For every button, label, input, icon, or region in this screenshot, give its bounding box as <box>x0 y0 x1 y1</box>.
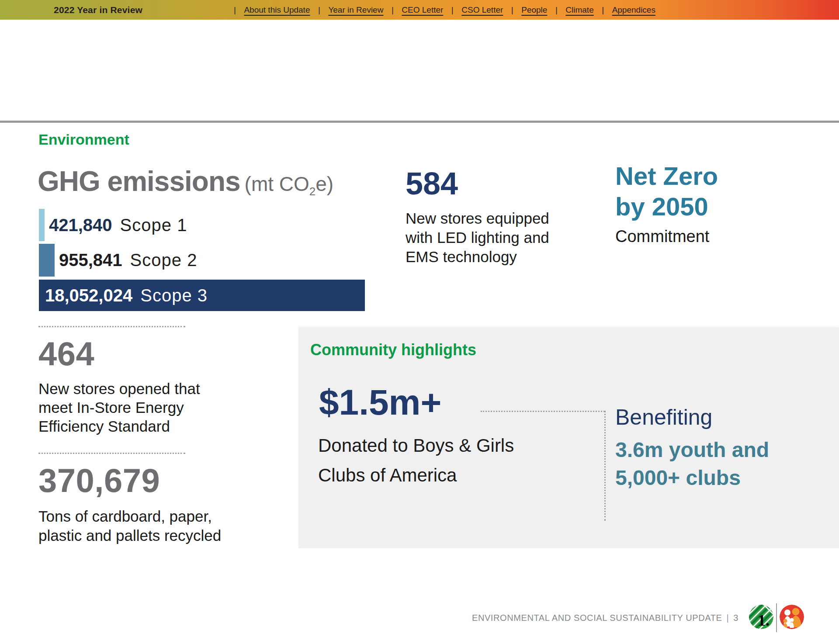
scope-3-bar: 18,052,024 Scope 3 <box>39 280 365 311</box>
nav-link-year-in-review[interactable]: Year in Review <box>328 5 383 15</box>
dotted-connector-horizontal <box>481 411 605 412</box>
dotted-divider <box>38 453 185 454</box>
footer-separator: | <box>726 613 729 623</box>
donation-value: $1.5m+ <box>319 384 441 420</box>
svg-text:1.: 1. <box>758 612 770 629</box>
led-stores-stat: 584 New stores equipped with LED lightin… <box>406 168 549 267</box>
nav-link-appendices[interactable]: Appendices <box>612 5 655 15</box>
benefit-lines: 3.6m youth and 5,000+ clubs <box>615 436 769 492</box>
scope-1-bar <box>39 209 45 241</box>
footer-text: ENVIRONMENTAL AND SOCIAL SUSTAINABILITY … <box>472 613 738 623</box>
recycled-caption: Tons of cardboard, paper, plastic and pa… <box>38 507 221 545</box>
nav-separator: | <box>318 5 320 15</box>
net-zero-line-2: by 2050 <box>615 191 718 222</box>
family-dollar-logo-icon <box>780 605 804 631</box>
ghg-unit-text: (mt CO2e) <box>245 173 334 195</box>
dotted-connector-vertical <box>604 411 606 521</box>
scope-1-value: 421,840 <box>49 215 112 235</box>
environment-section-label: Environment <box>38 131 129 148</box>
ghg-title-text: GHG emissions <box>38 166 240 197</box>
footer-label: ENVIRONMENTAL AND SOCIAL SUSTAINABILITY … <box>472 613 722 623</box>
net-zero-line-1: Net Zero <box>615 161 718 191</box>
dollar-tree-logo-icon: 1. <box>749 605 773 631</box>
dotted-divider <box>38 326 185 327</box>
nav-link-about-this-update[interactable]: About this Update <box>244 5 310 15</box>
scope-3-value: 18,052,024 <box>45 286 132 305</box>
scope-2-row: 955,841 Scope 2 <box>39 244 197 277</box>
scope-3-label: Scope 3 <box>140 286 208 305</box>
benefit-label: Benefiting <box>615 405 769 430</box>
nav-separator: | <box>451 5 454 15</box>
nav-link-climate[interactable]: Climate <box>565 5 593 15</box>
logo-divider <box>776 603 777 632</box>
net-zero-stat: Net Zero by 2050 Commitment <box>615 161 718 246</box>
benefit-block: Benefiting 3.6m youth and 5,000+ clubs <box>615 405 769 492</box>
page-title: 2022 Year in Review <box>54 0 142 20</box>
community-heading: Community highlights <box>310 341 476 359</box>
new-stores-value: 464 <box>38 337 200 370</box>
nav-separator: | <box>555 5 558 15</box>
scope-1-text: 421,840 Scope 1 <box>49 215 187 235</box>
nav-separator: | <box>511 5 513 15</box>
report-page: 2022 Year in Review | About this Update … <box>0 0 839 644</box>
nav-separator: | <box>602 5 604 15</box>
nav-link-cso-letter[interactable]: CSO Letter <box>461 5 503 15</box>
net-zero-caption: Commitment <box>615 227 718 246</box>
brand-logos: 1. <box>749 603 804 633</box>
donation-caption: Donated to Boys & Girls Clubs of America <box>318 431 514 490</box>
nav-link-ceo-letter[interactable]: CEO Letter <box>402 5 443 15</box>
scope-2-bar <box>39 244 55 277</box>
top-bar: 2022 Year in Review | About this Update … <box>0 0 839 20</box>
section-divider <box>0 121 839 123</box>
page-number: 3 <box>733 613 738 623</box>
nav-link-people[interactable]: People <box>521 5 547 15</box>
new-stores-stat: 464 New stores opened that meet In-Store… <box>38 337 200 436</box>
scope-2-text: 955,841 Scope 2 <box>59 250 197 270</box>
new-stores-caption: New stores opened that meet In-Store Ene… <box>38 379 200 436</box>
community-highlights-box: Community highlights $1.5m+ Donated to B… <box>298 328 839 548</box>
recycled-stat: 370,679 Tons of cardboard, paper, plasti… <box>38 464 221 545</box>
scope-3-text: 18,052,024 Scope 3 <box>45 286 208 305</box>
top-nav: | About this Update | Year in Review | C… <box>234 0 655 20</box>
scope-1-label: Scope 1 <box>120 215 187 235</box>
scope-2-label: Scope 2 <box>130 250 198 270</box>
scope-1-row: 421,840 Scope 1 <box>39 209 187 241</box>
nav-separator: | <box>234 5 236 15</box>
nav-separator: | <box>392 5 394 15</box>
recycled-value: 370,679 <box>38 464 221 497</box>
led-stores-value: 584 <box>406 168 549 199</box>
scope-2-value: 955,841 <box>59 250 122 270</box>
ghg-emissions-title: GHG emissions(mt CO2e) <box>38 167 333 195</box>
led-stores-caption: New stores equipped with LED lighting an… <box>406 209 549 267</box>
